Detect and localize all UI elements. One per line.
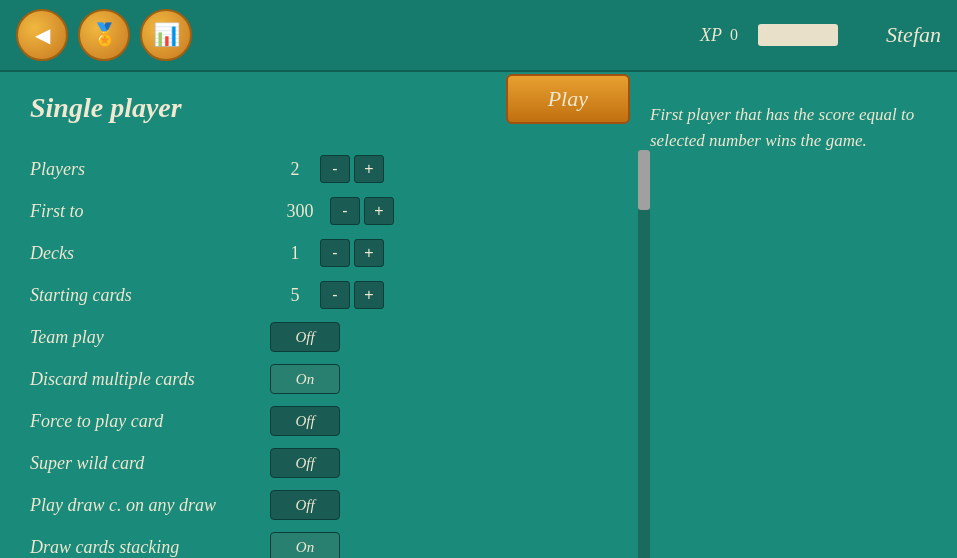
discard-multiple-toggle[interactable]: On: [270, 364, 340, 394]
play-button[interactable]: Play: [506, 74, 630, 124]
play-draw-toggle[interactable]: Off: [270, 490, 340, 520]
setting-row-starting-cards: Starting cards 5 - +: [30, 276, 630, 314]
decks-minus-button[interactable]: -: [320, 239, 350, 267]
starting-cards-stepper: - +: [320, 281, 384, 309]
draw-stacking-label: Draw cards stacking: [30, 537, 270, 558]
players-stepper: - +: [320, 155, 384, 183]
scrollbar-track[interactable]: [638, 150, 650, 558]
xp-bar: [758, 24, 838, 46]
settings-container: Players 2 - + First to 300 - + Decks 1: [30, 150, 630, 558]
setting-row-draw-stacking: Draw cards stacking On: [30, 528, 630, 558]
draw-stacking-toggle[interactable]: On: [270, 532, 340, 558]
force-play-toggle[interactable]: Off: [270, 406, 340, 436]
starting-cards-label: Starting cards: [30, 285, 270, 306]
first-to-plus-button[interactable]: +: [364, 197, 394, 225]
page-title: Single player: [30, 92, 182, 124]
setting-row-force-play: Force to play card Off: [30, 402, 630, 440]
first-to-label: First to: [30, 201, 270, 222]
back-icon: ◀: [35, 23, 50, 47]
setting-row-play-draw: Play draw c. on any draw Off: [30, 486, 630, 524]
starting-cards-minus-button[interactable]: -: [320, 281, 350, 309]
back-button[interactable]: ◀: [16, 9, 68, 61]
super-wild-label: Super wild card: [30, 453, 270, 474]
chart-icon: 📊: [153, 22, 180, 48]
super-wild-toggle[interactable]: Off: [270, 448, 340, 478]
play-draw-label: Play draw c. on any draw: [30, 495, 270, 516]
help-text: First player that has the score equal to…: [650, 102, 927, 153]
setting-row-players: Players 2 - +: [30, 150, 630, 188]
decks-plus-button[interactable]: +: [354, 239, 384, 267]
discard-multiple-label: Discard multiple cards: [30, 369, 270, 390]
medal-button[interactable]: 🏅: [78, 9, 130, 61]
team-play-label: Team play: [30, 327, 270, 348]
xp-label: XP: [700, 25, 722, 46]
first-to-minus-button[interactable]: -: [330, 197, 360, 225]
right-panel: First player that has the score equal to…: [650, 92, 927, 538]
decks-value: 1: [270, 243, 320, 264]
first-to-value: 300: [270, 201, 330, 222]
starting-cards-plus-button[interactable]: +: [354, 281, 384, 309]
starting-cards-value: 5: [270, 285, 320, 306]
players-plus-button[interactable]: +: [354, 155, 384, 183]
first-to-stepper: - +: [330, 197, 394, 225]
xp-value: 0: [730, 26, 750, 44]
username: Stefan: [886, 22, 941, 48]
decks-stepper: - +: [320, 239, 384, 267]
players-minus-button[interactable]: -: [320, 155, 350, 183]
team-play-toggle[interactable]: Off: [270, 322, 340, 352]
setting-row-first-to: First to 300 - +: [30, 192, 630, 230]
xp-section: XP 0 Stefan: [700, 22, 941, 48]
players-label: Players: [30, 159, 270, 180]
force-play-label: Force to play card: [30, 411, 270, 432]
players-value: 2: [270, 159, 320, 180]
setting-row-super-wild: Super wild card Off: [30, 444, 630, 482]
top-bar: ◀ 🏅 📊 XP 0 Stefan: [0, 0, 957, 72]
setting-row-decks: Decks 1 - +: [30, 234, 630, 272]
scrollbar-thumb[interactable]: [638, 150, 650, 210]
chart-button[interactable]: 📊: [140, 9, 192, 61]
main-content: Single player Play Players 2 - + First t…: [0, 72, 957, 558]
left-panel: Single player Play Players 2 - + First t…: [30, 92, 630, 538]
medal-icon: 🏅: [91, 22, 118, 48]
setting-row-team-play: Team play Off: [30, 318, 630, 356]
decks-label: Decks: [30, 243, 270, 264]
setting-row-discard-multiple: Discard multiple cards On: [30, 360, 630, 398]
